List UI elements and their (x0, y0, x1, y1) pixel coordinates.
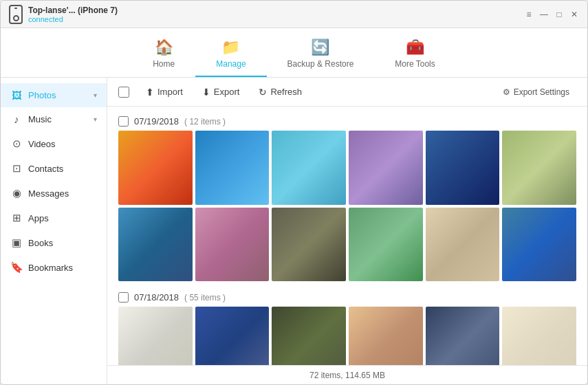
sidebar-item-messages[interactable]: ◉ Messages (1, 181, 107, 206)
app-window: Top-lanse'... (iPhone 7) connected ≡ — □… (0, 0, 588, 385)
main-content: ⬆ Import ⬇ Export ↻ Refresh ⚙ Export Set… (107, 78, 587, 384)
tab-tools-label: More Tools (395, 59, 435, 69)
photo-grid (118, 131, 576, 281)
photo-cell[interactable] (349, 131, 423, 205)
item-count: ( 12 items ) (184, 117, 226, 126)
apps-icon: ⊞ (10, 212, 23, 224)
refresh-icon: ↻ (259, 87, 267, 98)
photo-cell[interactable] (272, 208, 346, 282)
sidebar-bookmarks-label: Bookmarks (28, 263, 73, 273)
nav-tabs: 🏠 Home 📁 Manage 🔄 Backup & Restore 🧰 Mor… (1, 28, 587, 78)
item-count: ( 55 items ) (184, 293, 226, 302)
maximize-button[interactable]: □ (554, 10, 564, 19)
photo-cell[interactable] (349, 208, 423, 282)
close-button[interactable]: ✕ (569, 10, 579, 19)
tab-manage[interactable]: 📁 Manage (195, 33, 266, 77)
status-bar: 72 items, 114.65 MB (107, 365, 587, 384)
sidebar-books-label: Books (28, 238, 53, 248)
sidebar-music-label: Music (28, 114, 52, 124)
device-info: Top-lanse'... (iPhone 7) connected (9, 5, 118, 24)
photo-cell[interactable] (118, 208, 193, 282)
messages-icon: ◉ (10, 187, 23, 199)
photo-grid: ▶00:00:05 (118, 307, 576, 365)
bookmarks-icon: 🔖 (10, 261, 23, 274)
status-label: 72 items, 114.65 MB (309, 371, 385, 380)
photos-icon: 🖼 (10, 89, 23, 101)
backup-icon: 🔄 (311, 38, 329, 56)
manage-icon: 📁 (221, 38, 240, 56)
tab-home[interactable]: 🏠 Home (132, 33, 195, 77)
import-button[interactable]: ⬆ Import (138, 83, 191, 101)
date-group: 07/18/2018( 55 items )▶00:00:05 (118, 288, 576, 365)
tab-home-label: Home (153, 59, 175, 69)
window-controls: ≡ — □ ✕ (524, 10, 579, 19)
app-body: 🖼 Photos ▾ ♪ Music ▾ ⊙ Videos ⊡ Contacts… (1, 78, 587, 384)
photo-cell[interactable] (426, 208, 500, 282)
device-status: connected (28, 15, 118, 23)
minimize-button[interactable]: — (539, 10, 549, 19)
music-icon: ♪ (10, 113, 23, 125)
photo-cell[interactable] (502, 307, 576, 365)
sidebar-contacts-label: Contacts (28, 164, 63, 174)
sidebar-item-videos[interactable]: ⊙ Videos (1, 131, 107, 156)
tab-backup[interactable]: 🔄 Backup & Restore (267, 33, 375, 77)
gear-icon: ⚙ (503, 87, 510, 97)
tab-tools[interactable]: 🧰 More Tools (374, 33, 455, 77)
date-checkbox[interactable] (118, 292, 129, 302)
date-checkbox[interactable] (118, 116, 129, 126)
phone-icon (9, 5, 23, 24)
sidebar-item-music[interactable]: ♪ Music ▾ (1, 107, 107, 131)
device-name: Top-lanse'... (iPhone 7) (28, 6, 118, 15)
date-label: 07/19/2018 (134, 116, 179, 126)
contacts-icon: ⊡ (10, 162, 23, 175)
tools-icon: 🧰 (406, 38, 424, 56)
sidebar-item-photos[interactable]: 🖼 Photos ▾ (1, 83, 107, 107)
photo-cell[interactable] (118, 307, 193, 365)
export-icon: ⬇ (202, 87, 210, 98)
sidebar-videos-label: Videos (28, 139, 56, 149)
sidebar-item-contacts[interactable]: ⊡ Contacts (1, 156, 107, 181)
title-bar: Top-lanse'... (iPhone 7) connected ≡ — □… (1, 1, 587, 28)
sidebar: 🖼 Photos ▾ ♪ Music ▾ ⊙ Videos ⊡ Contacts… (1, 78, 107, 384)
books-icon: ▣ (10, 236, 23, 249)
photo-cell[interactable] (426, 131, 500, 205)
toolbar: ⬆ Import ⬇ Export ↻ Refresh ⚙ Export Set… (107, 78, 587, 107)
photo-area: 07/19/2018( 12 items )07/18/2018( 55 ite… (107, 107, 587, 365)
photo-cell[interactable] (272, 131, 346, 205)
select-all-checkbox[interactable] (118, 87, 129, 98)
photo-cell[interactable] (502, 131, 576, 205)
import-icon: ⬆ (146, 87, 154, 98)
tab-manage-label: Manage (216, 59, 246, 69)
date-label: 07/18/2018 (134, 292, 179, 302)
sidebar-item-apps[interactable]: ⊞ Apps (1, 206, 107, 230)
refresh-button[interactable]: ↻ Refresh (250, 83, 310, 101)
videos-icon: ⊙ (10, 138, 23, 150)
photo-cell[interactable] (195, 208, 270, 282)
menu-button[interactable]: ≡ (524, 10, 534, 19)
photo-cell[interactable] (502, 208, 576, 282)
export-button[interactable]: ⬇ Export (194, 83, 248, 101)
sidebar-apps-label: Apps (28, 213, 49, 223)
photo-cell[interactable] (272, 307, 346, 365)
photo-cell[interactable] (195, 131, 270, 205)
sidebar-item-bookmarks[interactable]: 🔖 Bookmarks (1, 255, 107, 280)
photo-cell[interactable]: ▶00:00:05 (195, 307, 270, 365)
export-settings-button[interactable]: ⚙ Export Settings (496, 84, 576, 100)
chevron-photos: ▾ (94, 91, 97, 99)
tab-backup-label: Backup & Restore (287, 59, 354, 69)
chevron-music: ▾ (94, 116, 97, 123)
sidebar-photos-label: Photos (28, 90, 56, 100)
date-header: 07/19/2018( 12 items ) (118, 112, 576, 131)
sidebar-messages-label: Messages (28, 188, 69, 199)
date-group: 07/19/2018( 12 items ) (118, 112, 576, 281)
date-header: 07/18/2018( 55 items ) (118, 288, 576, 307)
sidebar-item-books[interactable]: ▣ Books (1, 230, 107, 255)
photo-cell[interactable] (426, 307, 500, 365)
photo-cell[interactable] (118, 131, 193, 205)
photo-cell[interactable] (349, 307, 423, 365)
home-icon: 🏠 (155, 38, 173, 56)
